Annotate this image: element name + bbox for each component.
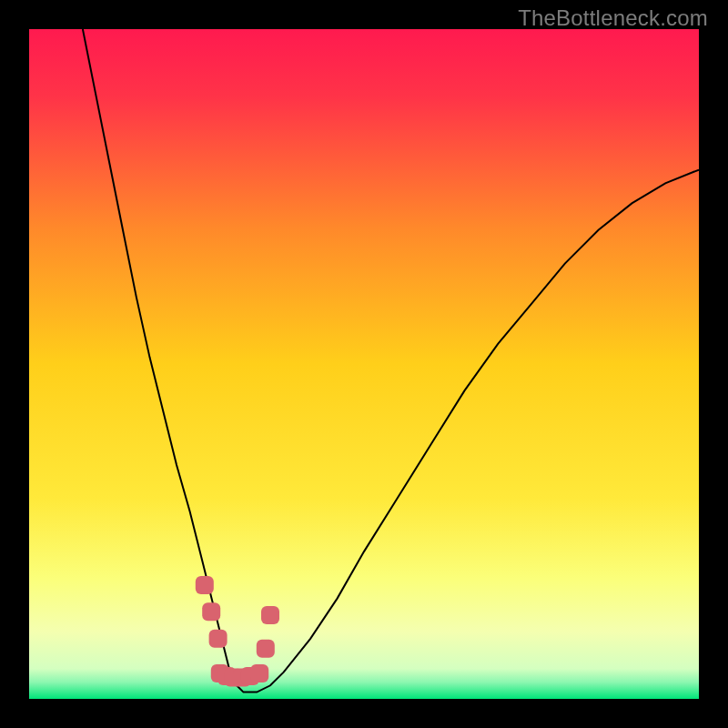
marker-point — [257, 640, 275, 658]
chart-frame: TheBottleneck.com — [0, 0, 728, 728]
marker-point — [209, 630, 228, 648]
marker-point — [250, 664, 268, 682]
chart-svg — [29, 29, 699, 699]
marker-point — [196, 576, 214, 594]
watermark-text: TheBottleneck.com — [518, 5, 708, 31]
gradient-background — [29, 29, 699, 699]
marker-point — [202, 602, 220, 621]
plot-area — [29, 29, 699, 699]
marker-point — [261, 606, 279, 624]
